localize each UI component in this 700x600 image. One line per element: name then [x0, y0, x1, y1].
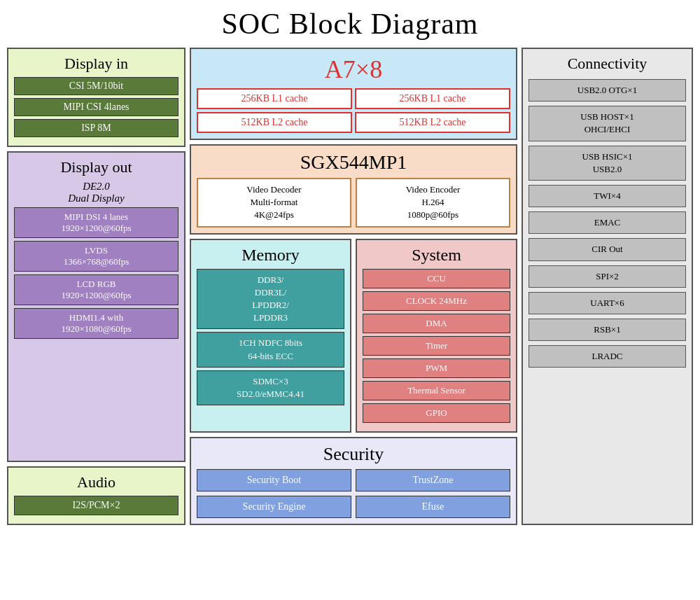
connectivity-title: Connectivity	[528, 55, 686, 73]
main-grid: Display in CSI 5M/10bit MIPI CSI 4lanes …	[7, 48, 693, 525]
connectivity-item-8: RSB×1	[528, 319, 686, 341]
display-out-subtitle: DE2.0Dual Display	[14, 181, 178, 204]
connectivity-item-5: CIR Out	[528, 238, 686, 260]
system-title: System	[363, 246, 510, 265]
memory-title: Memory	[197, 246, 344, 265]
connectivity-section: Connectivity USB2.0 OTG×1 USB HOST×1OHCI…	[522, 48, 693, 525]
cpu-cache-0: 256KB L1 cache	[197, 88, 352, 109]
gpu-items-grid: Video DecoderMulti-format4K@24fps Video …	[197, 178, 510, 228]
cpu-title: A7×8	[197, 55, 510, 84]
display-out-item-0: MIPI DSI 4 lanes1920×1200@60fps	[14, 207, 178, 238]
audio-title: Audio	[14, 473, 178, 491]
connectivity-item-7: UART×6	[528, 292, 686, 314]
security-item-3: Efuse	[356, 496, 510, 518]
left-column: Display in CSI 5M/10bit MIPI CSI 4lanes …	[7, 48, 186, 525]
cpu-cache-grid: 256KB L1 cache 256KB L1 cache 512KB L2 c…	[197, 88, 510, 133]
system-item-5: Thermal Sensor	[363, 381, 510, 400]
cpu-section: A7×8 256KB L1 cache 256KB L1 cache 512KB…	[190, 48, 517, 140]
security-section: Security Security Boot TrustZone Securit…	[190, 437, 517, 525]
connectivity-item-2: USB HSIC×1USB2.0	[528, 146, 686, 181]
connectivity-item-0: USB2.0 OTG×1	[528, 79, 686, 102]
system-item-3: Timer	[363, 336, 510, 356]
cpu-cache-3: 512KB L2 cache	[355, 112, 510, 133]
gpu-section: SGX544MP1 Video DecoderMulti-format4K@24…	[190, 144, 517, 235]
display-in-item-1: MIPI CSI 4lanes	[14, 98, 178, 116]
display-in-title: Display in	[14, 55, 178, 73]
right-column: Connectivity USB2.0 OTG×1 USB HOST×1OHCI…	[522, 48, 693, 525]
memory-system-row: Memory DDR3/DDR3L/LPDDR2/LPDDR3 1CH NDFC…	[190, 239, 517, 433]
connectivity-item-1: USB HOST×1OHCI/EHCI	[528, 106, 686, 141]
display-out-item-2: LCD RGB1920×1200@60fps	[14, 274, 178, 305]
display-in-section: Display in CSI 5M/10bit MIPI CSI 4lanes …	[7, 48, 186, 147]
connectivity-item-9: LRADC	[528, 345, 686, 368]
security-item-0: Security Boot	[197, 469, 351, 491]
connectivity-item-4: EMAC	[528, 211, 686, 234]
display-in-item-2: ISP 8M	[14, 119, 178, 137]
middle-column: A7×8 256KB L1 cache 256KB L1 cache 512KB…	[190, 48, 517, 525]
memory-item-1: 1CH NDFC 8bits64-bits ECC	[197, 332, 344, 367]
security-title: Security	[197, 444, 510, 465]
memory-item-2: SDMC×3SD2.0/eMMC4.41	[197, 370, 344, 405]
memory-section: Memory DDR3/DDR3L/LPDDR2/LPDDR3 1CH NDFC…	[190, 239, 351, 433]
security-item-1: TrustZone	[356, 469, 510, 491]
display-out-item-3: HDMI1.4 with1920×1080@60fps	[14, 308, 178, 339]
system-item-2: DMA	[363, 314, 510, 333]
display-in-item-0: CSI 5M/10bit	[14, 77, 178, 95]
audio-item-0: I2S/PCM×2	[14, 496, 178, 515]
system-item-4: PWM	[363, 358, 510, 378]
system-item-6: GPIO	[363, 403, 510, 423]
cpu-cache-2: 512KB L2 cache	[197, 112, 352, 133]
display-out-title: Display out	[14, 158, 178, 176]
connectivity-item-6: SPI×2	[528, 265, 686, 288]
audio-section: Audio I2S/PCM×2	[7, 466, 186, 525]
display-out-item-1: LVDS1366×768@60fps	[14, 241, 178, 272]
gpu-item-0: Video DecoderMulti-format4K@24fps	[197, 178, 351, 228]
cpu-cache-1: 256KB L1 cache	[355, 88, 510, 109]
system-section: System CCU CLOCK 24MHz DMA Timer PWM The…	[356, 239, 517, 433]
security-grid: Security Boot TrustZone Security Engine …	[197, 469, 510, 518]
security-item-2: Security Engine	[197, 496, 351, 518]
system-item-0: CCU	[363, 269, 510, 288]
gpu-item-1: Video EncoderH.2641080p@60fps	[356, 178, 510, 228]
display-out-section: Display out DE2.0Dual Display MIPI DSI 4…	[7, 151, 186, 462]
page-title: SOC Block Diagram	[7, 7, 693, 41]
system-item-1: CLOCK 24MHz	[363, 291, 510, 311]
memory-item-0: DDR3/DDR3L/LPDDR2/LPDDR3	[197, 269, 344, 330]
connectivity-item-3: TWI×4	[528, 185, 686, 207]
gpu-title: SGX544MP1	[197, 151, 510, 174]
